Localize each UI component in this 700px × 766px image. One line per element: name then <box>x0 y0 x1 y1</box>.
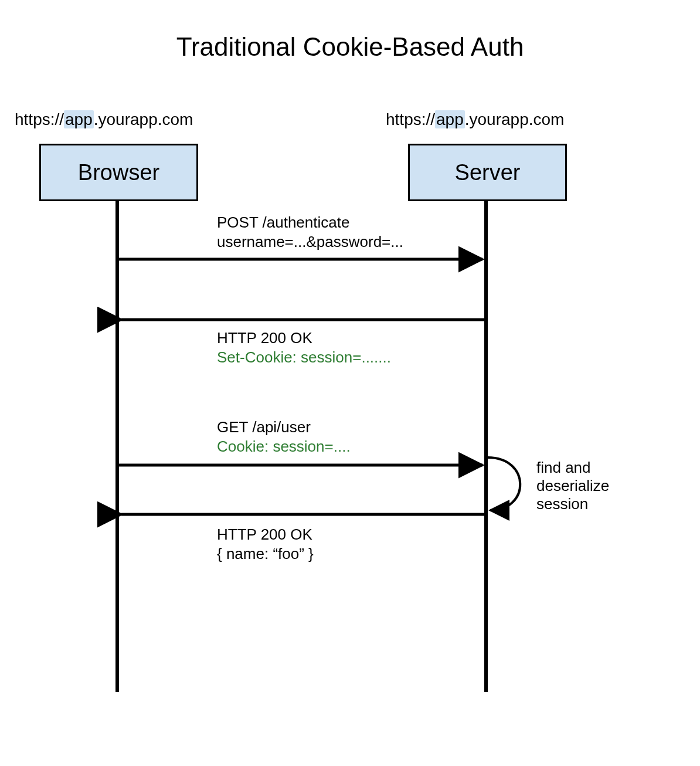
self-call-note: find and deserialize session <box>536 459 609 514</box>
actor-browser: Browser <box>39 144 198 201</box>
diagram-title: Traditional Cookie-Based Auth <box>0 32 700 62</box>
msg-user-response: HTTP 200 OK { name: “foo” } <box>217 525 314 563</box>
msg-set-cookie: HTTP 200 OK Set-Cookie: session=....... <box>217 328 391 367</box>
server-url: https://app.yourapp.com <box>386 110 564 129</box>
actor-server: Server <box>408 144 567 201</box>
msg-post-authenticate: POST /authenticate username=...&password… <box>217 213 403 251</box>
lifeline-server <box>484 199 488 692</box>
msg-get-api-user: GET /api/user Cookie: session=.... <box>217 418 351 456</box>
self-call-loop <box>488 457 520 510</box>
sequence-diagram: Traditional Cookie-Based Auth https://ap… <box>0 0 700 766</box>
actor-server-label: Server <box>455 160 521 185</box>
browser-url: https://app.yourapp.com <box>15 110 193 129</box>
actor-browser-label: Browser <box>78 160 159 185</box>
lifeline-browser <box>115 199 119 692</box>
